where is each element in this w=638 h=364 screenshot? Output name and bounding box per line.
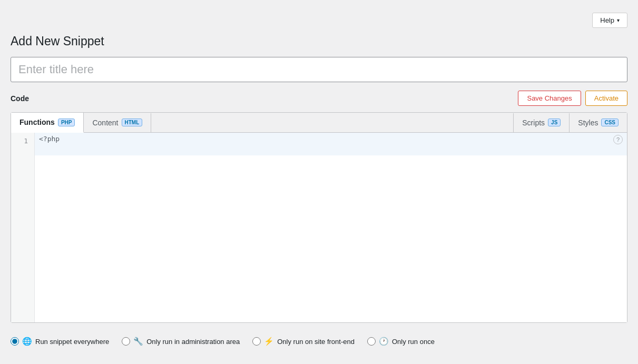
radio-frontend-label: Only run on site front-end	[277, 338, 355, 346]
radio-once-label: Only run once	[392, 338, 435, 346]
radio-frontend-input[interactable]	[252, 337, 261, 346]
snippet-title-input[interactable]	[11, 57, 627, 82]
code-header: Code Save Changes Activate	[11, 91, 627, 106]
globe-icon: 🌐	[22, 337, 32, 346]
line-numbers: 1	[11, 133, 35, 322]
action-buttons: Save Changes Activate	[518, 91, 627, 106]
code-content[interactable]: <?php ?	[35, 133, 627, 322]
radio-everywhere-input[interactable]	[11, 337, 19, 346]
line-number-1: 1	[15, 137, 28, 145]
code-first-line: <?php	[35, 133, 627, 145]
radio-everywhere-label: Run snippet everywhere	[35, 338, 109, 346]
radio-admin[interactable]: 🔧 Only run in administration area	[122, 337, 240, 346]
radio-admin-label: Only run in administration area	[146, 338, 240, 346]
code-label: Code	[11, 94, 29, 103]
help-button[interactable]: Help ▾	[592, 13, 627, 28]
tab-content-label: Content	[92, 119, 118, 127]
tab-functions[interactable]: Functions PHP	[11, 113, 84, 133]
tab-styles-label: Styles	[578, 119, 598, 127]
clock-icon: 🕐	[379, 337, 389, 346]
tab-functions-label: Functions	[19, 118, 55, 126]
tab-styles-badge: CSS	[601, 119, 619, 126]
help-icon[interactable]: ?	[613, 135, 623, 144]
tab-scripts-badge: JS	[548, 119, 561, 126]
page-title: Add New Snippet	[11, 34, 627, 48]
help-label: Help	[600, 16, 614, 24]
lightning-icon: ⚡	[264, 337, 274, 346]
wrench-icon: 🔧	[133, 337, 143, 346]
tabs-container: Functions PHP Content HTML Scripts JS St…	[11, 112, 627, 323]
tab-content[interactable]: Content HTML	[84, 113, 151, 132]
radio-bar: 🌐 Run snippet everywhere 🔧 Only run in a…	[11, 329, 627, 350]
radio-frontend[interactable]: ⚡ Only run on site front-end	[252, 337, 355, 346]
tabs-right: Scripts JS Styles CSS	[513, 113, 627, 132]
code-editor-area: 1 <?php ?	[11, 133, 627, 322]
code-active-line	[35, 145, 627, 155]
chevron-down-icon: ▾	[617, 17, 620, 23]
radio-admin-input[interactable]	[122, 337, 130, 346]
radio-everywhere[interactable]: 🌐 Run snippet everywhere	[11, 337, 109, 346]
tab-styles[interactable]: Styles CSS	[569, 113, 627, 132]
tab-scripts[interactable]: Scripts JS	[513, 113, 569, 132]
tab-scripts-label: Scripts	[522, 119, 545, 127]
radio-once[interactable]: 🕐 Only run once	[367, 337, 435, 346]
tabs-header: Functions PHP Content HTML Scripts JS St…	[11, 113, 627, 133]
radio-once-input[interactable]	[367, 337, 376, 346]
tab-content-badge: HTML	[122, 119, 143, 126]
tab-functions-badge: PHP	[58, 119, 75, 126]
code-section: Code Save Changes Activate Functions PHP…	[11, 91, 627, 323]
activate-button[interactable]: Activate	[585, 91, 627, 106]
save-changes-button[interactable]: Save Changes	[518, 91, 581, 106]
